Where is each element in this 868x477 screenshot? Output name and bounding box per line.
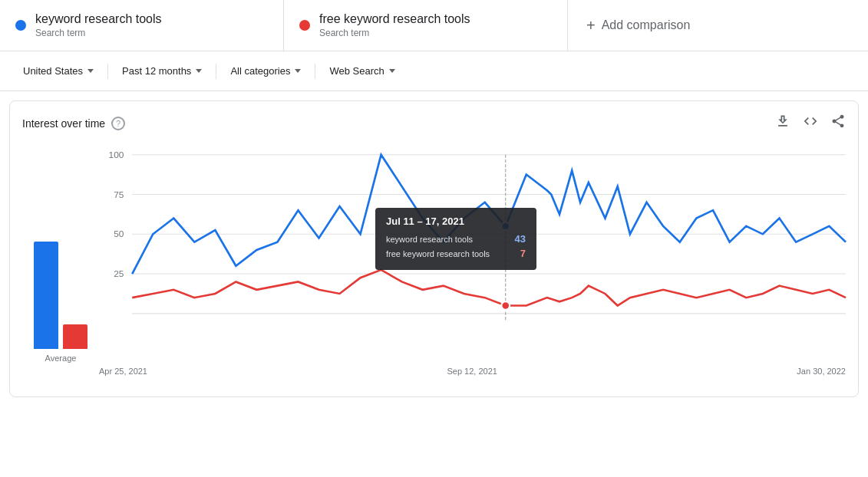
avg-bar-blue (34, 242, 58, 349)
download-button[interactable] (775, 113, 790, 133)
time-range-chevron-icon (196, 69, 202, 73)
chart-svg: 100 75 50 25 (99, 139, 846, 361)
avg-bar-red (63, 324, 87, 349)
location-filter[interactable]: United States (15, 61, 101, 81)
search-type-filter[interactable]: Web Search (322, 61, 402, 81)
x-label-3: Jan 30, 2022 (797, 367, 846, 376)
info-icon[interactable]: ? (111, 117, 125, 130)
chart-title-area: Interest over time ? (22, 117, 125, 130)
chart-header: Interest over time ? (22, 113, 846, 133)
avg-bars-inner (34, 196, 87, 349)
filter-separator-1 (107, 64, 108, 79)
add-comparison-button[interactable]: + Add comparison (568, 0, 868, 51)
add-comparison-label: Add comparison (602, 18, 691, 32)
share-button[interactable] (830, 113, 846, 133)
chart-actions (775, 113, 846, 133)
category-filter[interactable]: All categories (223, 61, 309, 81)
avg-label: Average (45, 354, 77, 363)
search-term-2-text: free keyword research tools Search term (319, 12, 470, 38)
plus-icon: + (586, 17, 596, 35)
search-type-label: Web Search (329, 65, 384, 77)
svg-text:50: 50 (114, 229, 124, 239)
search-terms-bar: keyword research tools Search term free … (0, 0, 868, 51)
search-term-1-type: Search term (35, 28, 85, 38)
time-range-filter[interactable]: Past 12 months (114, 61, 210, 81)
average-bars: Average (22, 139, 99, 384)
search-term-2-type: Search term (319, 28, 369, 38)
location-label: United States (23, 65, 83, 77)
time-range-label: Past 12 months (122, 65, 191, 77)
location-chevron-icon (87, 69, 94, 73)
line-chart-area[interactable]: 100 75 50 25 Jul 11 – 17, 2021 keyword r… (99, 139, 846, 384)
search-type-chevron-icon (389, 69, 395, 73)
filter-separator-2 (216, 64, 216, 79)
embed-button[interactable] (803, 113, 818, 133)
filter-bar: United States Past 12 months All categor… (0, 51, 868, 91)
search-term-2-label: free keyword research tools (319, 12, 470, 26)
category-label: All categories (230, 65, 290, 77)
x-label-2: Sep 12, 2021 (447, 367, 497, 376)
dot-red-icon (299, 20, 310, 31)
chart-area: Average 100 75 50 25 (22, 139, 846, 384)
search-term-1-label: keyword research tools (35, 12, 162, 26)
svg-text:75: 75 (114, 189, 124, 199)
svg-text:100: 100 (109, 150, 124, 160)
svg-text:25: 25 (114, 268, 124, 278)
search-term-1-text: keyword research tools Search term (35, 12, 162, 38)
search-term-2: free keyword research tools Search term (284, 0, 568, 51)
chart-section: Interest over time ? Average (9, 100, 859, 397)
filter-separator-3 (315, 64, 315, 79)
search-term-1: keyword research tools Search term (0, 0, 284, 51)
x-axis-labels: Apr 25, 2021 Sep 12, 2021 Jan 30, 2022 (99, 364, 846, 376)
chart-title: Interest over time (22, 117, 105, 130)
x-label-1: Apr 25, 2021 (99, 367, 147, 376)
svg-point-10 (501, 222, 510, 230)
dot-blue-icon (15, 20, 26, 31)
category-chevron-icon (295, 69, 301, 73)
svg-point-11 (501, 301, 510, 309)
